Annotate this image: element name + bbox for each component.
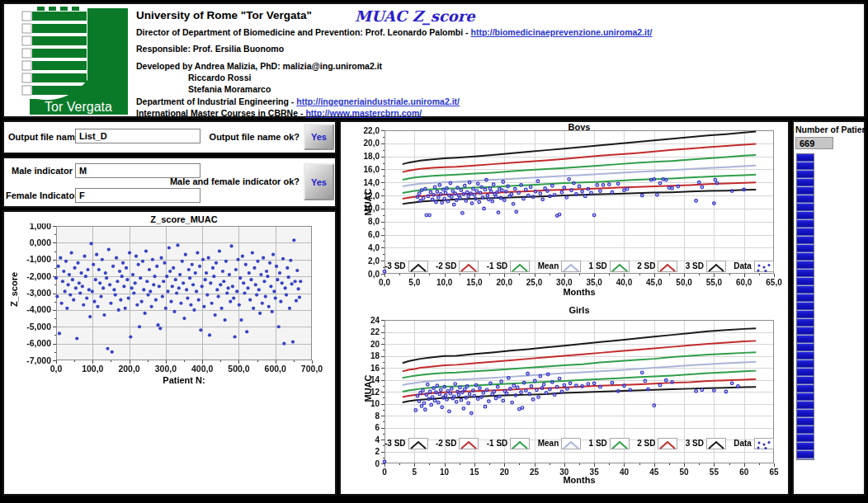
- responsible-line: Responsible: Prof. Ersilia Buonomo: [136, 44, 652, 54]
- director-line: Director of Department of Biomedicine an…: [136, 27, 652, 37]
- legend-label: -1 SD: [487, 439, 508, 448]
- developer-line: Developed by Andrea Malizia, PhD: malizi…: [136, 61, 652, 71]
- legend-data-points-icon: [754, 261, 774, 272]
- output-ok-button[interactable]: Yes: [304, 124, 334, 150]
- legend-label: -1 SD: [487, 261, 508, 270]
- mf-ok-label: Male and female indicator ok?: [159, 176, 300, 186]
- header-panel: Tor Vergata University of Rome "Tor Verg…: [2, 2, 866, 118]
- legend-line-icon: [459, 438, 479, 449]
- girls-plot-legend: -3 SD-2 SD-1 SDMean1 SD2 SD3 SDData: [384, 436, 774, 450]
- zscore-plot-canvas: [4, 223, 333, 388]
- legend-label: -2 SD: [436, 261, 457, 270]
- legend-item--3-sd[interactable]: -3 SD: [384, 261, 428, 272]
- cbrne-line: International Master Courses in CBRNe - …: [136, 108, 652, 118]
- application-window: Tor Vergata University of Rome "Tor Verg…: [0, 0, 868, 503]
- legend-item-3-sd[interactable]: 3 SD: [686, 261, 726, 272]
- zscore-yaxis-label: Z_score: [9, 232, 19, 347]
- legend-item-3-sd[interactable]: 3 SD: [686, 438, 726, 449]
- girls-plot-canvas: [341, 317, 788, 491]
- boys-plot-legend: -3 SD-2 SD-1 SDMean1 SD2 SD3 SDData: [384, 259, 774, 273]
- university-logo-icon: Tor Vergata: [7, 7, 133, 115]
- legend-line-icon: [510, 261, 530, 272]
- legend-label: -3 SD: [384, 261, 406, 270]
- legend-label: Data: [734, 261, 752, 270]
- legend-label: Mean: [538, 439, 559, 448]
- output-ok-label: Output file name ok?: [167, 132, 300, 142]
- legend-label: Data: [734, 439, 752, 448]
- legend-line-icon: [706, 261, 726, 272]
- legend-line-icon: [408, 261, 428, 272]
- zscore-xaxis-label: Patient N:: [56, 375, 312, 385]
- legend-line-icon: [510, 438, 530, 449]
- legend-item-data[interactable]: Data: [734, 261, 774, 272]
- legend-label: 2 SD: [637, 439, 655, 448]
- legend-label: 2 SD: [637, 261, 655, 270]
- legend-label: Mean: [538, 261, 559, 270]
- patients-bar-indicator: [796, 153, 814, 460]
- legend-item--2-sd[interactable]: -2 SD: [436, 438, 479, 449]
- app-title: MUAC Z_score: [355, 7, 475, 25]
- legend-label: 1 SD: [589, 439, 607, 448]
- output-file-panel: Output file name Output file name ok? Ye…: [2, 120, 337, 154]
- legend-line-icon: [658, 261, 677, 272]
- legend-item-2-sd[interactable]: 2 SD: [637, 261, 677, 272]
- legend-label: 1 SD: [589, 261, 607, 270]
- legend-item--3-sd[interactable]: -3 SD: [384, 438, 428, 449]
- legend-item--1-sd[interactable]: -1 SD: [487, 438, 531, 449]
- legend-label: 3 SD: [686, 261, 704, 270]
- female-indicator-label: Female Indicator: [6, 190, 73, 200]
- legend-line-icon: [658, 438, 677, 449]
- patients-panel: Number of Patients 669: [792, 120, 866, 496]
- growth-charts-panel: Boys -3 SD-2 SD-1 SDMean1 SD2 SD3 SDData…: [339, 120, 790, 496]
- output-file-label: Output file name: [8, 132, 80, 142]
- engineering-line: Department of Industrial Engineering - h…: [136, 96, 652, 106]
- developer-line-2: Riccardo Rossi: [136, 73, 652, 82]
- legend-label: 3 SD: [686, 439, 704, 448]
- developer-line-3: Stefania Moramarco: [136, 84, 652, 94]
- male-indicator-label: Male indicator: [6, 166, 73, 176]
- legend-label: -3 SD: [384, 439, 406, 448]
- legend-line-icon: [561, 438, 581, 449]
- legend-item-data[interactable]: Data: [734, 438, 774, 449]
- indicator-panel: Male indicator Female Indicator Male and…: [2, 157, 337, 208]
- boys-yaxis-label: MUAC: [363, 153, 373, 252]
- legend-line-icon: [706, 438, 726, 449]
- legend-line-icon: [459, 261, 479, 272]
- girls-xaxis-label: Months: [384, 475, 774, 485]
- patients-count-display: 669: [795, 137, 833, 149]
- engineering-text: Department of Industrial Engineering -: [136, 96, 296, 106]
- engineering-link[interactable]: http://ingegneriaindustriale.uniroma2.it…: [296, 96, 460, 106]
- legend-data-points-icon: [754, 438, 774, 449]
- legend-item--1-sd[interactable]: -1 SD: [487, 261, 531, 272]
- legend-item-1-sd[interactable]: 1 SD: [589, 438, 630, 449]
- cbrne-text: International Master Courses in CBRNe -: [136, 108, 305, 118]
- director-text: Director of Department of Biomedicine an…: [136, 27, 470, 37]
- tor-vergata-logo: Tor Vergata: [7, 7, 133, 115]
- boys-xaxis-label: Months: [384, 287, 774, 297]
- girls-chart-title: Girls: [384, 305, 774, 315]
- legend-line-icon: [610, 261, 630, 272]
- girls-yaxis-label: MUAC: [363, 339, 373, 438]
- legend-line-icon: [610, 438, 630, 449]
- female-indicator-input[interactable]: [75, 188, 200, 203]
- legend-item-2-sd[interactable]: 2 SD: [637, 438, 677, 449]
- logo-wordmark: Tor Vergata: [45, 100, 112, 114]
- biomedicine-link[interactable]: http://biomedicinaeprevenzione.uniroma2.…: [470, 27, 652, 37]
- mf-ok-button[interactable]: Yes: [304, 163, 334, 200]
- legend-line-icon: [408, 438, 428, 449]
- legend-item--2-sd[interactable]: -2 SD: [436, 261, 479, 272]
- mastercbrn-link[interactable]: http://www.mastercbrn.com/: [305, 108, 422, 118]
- zscore-chart-panel: Z_score_MUAC Patient N: Z_score: [2, 210, 337, 496]
- legend-item-mean[interactable]: Mean: [538, 438, 582, 449]
- legend-item-mean[interactable]: Mean: [538, 261, 582, 272]
- legend-line-icon: [561, 261, 581, 272]
- legend-label: -2 SD: [436, 439, 457, 448]
- patients-count-label: Number of Patients: [795, 125, 868, 134]
- legend-item-1-sd[interactable]: 1 SD: [589, 261, 630, 272]
